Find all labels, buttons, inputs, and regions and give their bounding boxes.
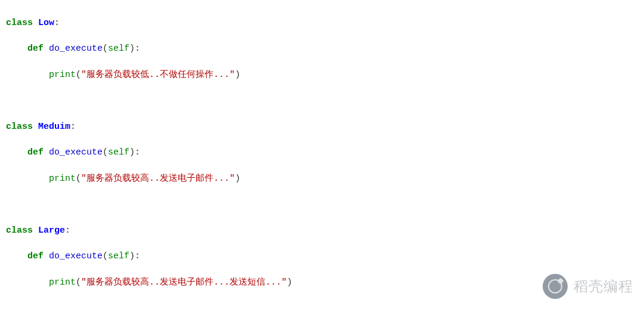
class-name-large: Large: [38, 225, 65, 236]
method-name: do_execute: [49, 147, 103, 157]
watermark-logo-icon: [543, 274, 568, 299]
param-self: self: [108, 44, 129, 54]
string-literal: "服务器负载较高..发送电子邮件...": [81, 174, 235, 184]
paren: (: [103, 251, 108, 261]
builtin-print: print: [49, 174, 76, 184]
paren: ): [129, 251, 135, 261]
paren: ): [235, 174, 240, 184]
param-self: self: [108, 147, 129, 157]
class-name-low: Low: [38, 18, 54, 28]
paren: (: [103, 44, 108, 54]
paren: ): [235, 70, 240, 80]
paren: (: [76, 174, 81, 184]
builtin-print: print: [49, 277, 76, 288]
colon: :: [135, 147, 140, 157]
keyword-def: def: [27, 251, 44, 261]
string-literal: "服务器负载较高..发送电子邮件...发送短信...": [81, 277, 287, 288]
class-name-medium: Meduim: [38, 122, 70, 132]
watermark: 稻壳编程: [543, 274, 633, 299]
keyword-class: class: [6, 225, 33, 236]
paren: ): [129, 147, 135, 157]
colon: :: [65, 225, 70, 236]
paren: ): [287, 277, 292, 288]
colon: :: [70, 122, 76, 132]
method-name: do_execute: [49, 251, 103, 261]
method-name: do_execute: [49, 44, 103, 54]
paren: (: [103, 147, 108, 157]
string-literal: "服务器负载较低..不做任何操作...": [81, 70, 235, 80]
paren: (: [76, 70, 81, 80]
keyword-class: class: [6, 18, 33, 28]
paren: ): [129, 44, 135, 54]
code-block: class Low: def do_execute(self): print("…: [6, 4, 638, 312]
paren: (: [76, 277, 81, 288]
keyword-def: def: [27, 44, 44, 54]
watermark-text: 稻壳编程: [574, 276, 633, 297]
colon: :: [135, 251, 140, 261]
colon: :: [54, 18, 60, 28]
keyword-def: def: [27, 147, 44, 157]
colon: :: [135, 44, 140, 54]
builtin-print: print: [49, 70, 76, 80]
param-self: self: [108, 251, 129, 261]
keyword-class: class: [6, 122, 33, 132]
